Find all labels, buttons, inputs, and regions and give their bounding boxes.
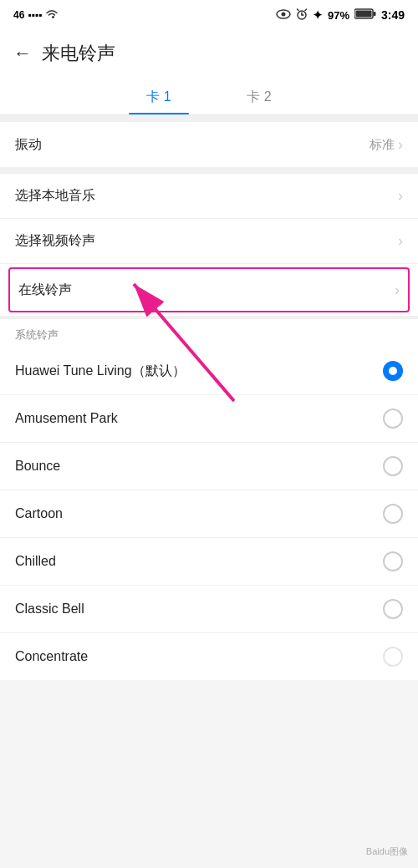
video-ringtone-chevron: › (398, 232, 403, 250)
tab-card2[interactable]: 卡 2 (209, 77, 309, 114)
vibration-value: 标准 › (370, 136, 403, 154)
video-ringtone-label: 选择视频铃声 (15, 232, 95, 250)
battery-icon (354, 8, 376, 22)
radio-item-cartoon[interactable]: Cartoon (0, 490, 418, 538)
vibration-item[interactable]: 振动 标准 › (0, 122, 418, 167)
back-button[interactable]: ← (13, 43, 32, 64)
radio-classic-bell[interactable] (383, 599, 403, 619)
vibration-section: 振动 标准 › (0, 122, 418, 167)
signal-icon: ▪▪▪▪ (28, 9, 42, 21)
page-title: 来电铃声 (42, 41, 115, 66)
online-ringtone-chevron: › (395, 282, 400, 299)
radio-item-amusement-park[interactable]: Amusement Park (0, 395, 418, 443)
section-divider-2 (0, 167, 418, 174)
svg-line-5 (297, 9, 298, 11)
online-ringtone-item[interactable]: 在线铃声 › (8, 267, 410, 312)
svg-line-6 (305, 9, 307, 11)
system-ringtone-label: 系统铃声 (0, 319, 418, 348)
amusement-park-label: Amusement Park (15, 411, 118, 426)
radio-item-classic-bell[interactable]: Classic Bell (0, 586, 418, 633)
status-bar: 46 ▪▪▪▪ ✦ 97% (0, 0, 418, 30)
radio-concentrate[interactable] (383, 647, 403, 667)
time-text: 3:49 (381, 8, 405, 22)
radio-item-concentrate[interactable]: Concentrate (0, 633, 418, 680)
system-ringtones-section: 系统铃声 Huawei Tune Living（默认） Amusement Pa… (0, 319, 418, 680)
online-ringtone-wrapper: 在线铃声 › (0, 264, 418, 316)
carrier-label: 46 (13, 9, 24, 21)
eye-icon (276, 9, 291, 22)
page-header: ← 来电铃声 (0, 30, 418, 77)
local-music-item[interactable]: 选择本地音乐 › (0, 174, 418, 219)
radio-item-huawei-tune[interactable]: Huawei Tune Living（默认） (0, 348, 418, 395)
video-ringtone-item[interactable]: 选择视频铃声 › (0, 219, 418, 264)
section-divider-1 (0, 115, 418, 122)
huawei-tune-label: Huawei Tune Living（默认） (15, 363, 186, 380)
vibration-label: 振动 (15, 136, 42, 154)
radio-item-chilled[interactable]: Chilled (0, 538, 418, 586)
alarm-icon (296, 8, 308, 23)
watermark: Baidu图像 (366, 845, 408, 858)
svg-rect-9 (355, 11, 371, 18)
tabs-container: 卡 1 卡 2 (0, 77, 418, 115)
radio-bounce[interactable] (383, 456, 403, 476)
svg-point-1 (281, 12, 285, 16)
battery-text: 97% (328, 9, 349, 22)
bluetooth-icon: ✦ (313, 8, 323, 22)
local-music-chevron: › (398, 187, 403, 205)
vibration-chevron: › (398, 136, 403, 154)
cartoon-label: Cartoon (15, 506, 63, 521)
svg-rect-8 (373, 12, 375, 16)
menu-section: 选择本地音乐 › 选择视频铃声 › 在线铃声 › (0, 174, 418, 316)
radio-huawei-tune[interactable] (383, 361, 403, 381)
radio-item-bounce[interactable]: Bounce (0, 443, 418, 490)
online-ringtone-label: 在线铃声 (18, 282, 72, 299)
bounce-label: Bounce (15, 459, 60, 474)
radio-cartoon[interactable] (383, 504, 403, 524)
radio-chilled[interactable] (383, 551, 403, 571)
wifi-icon (45, 9, 59, 22)
status-left: 46 ▪▪▪▪ (13, 9, 59, 22)
status-right: ✦ 97% 3:49 (276, 8, 405, 23)
radio-amusement-park[interactable] (383, 409, 403, 429)
local-music-label: 选择本地音乐 (15, 187, 95, 205)
concentrate-label: Concentrate (15, 649, 88, 664)
tab-card1[interactable]: 卡 1 (109, 77, 209, 114)
classic-bell-label: Classic Bell (15, 602, 84, 617)
chilled-label: Chilled (15, 554, 56, 569)
